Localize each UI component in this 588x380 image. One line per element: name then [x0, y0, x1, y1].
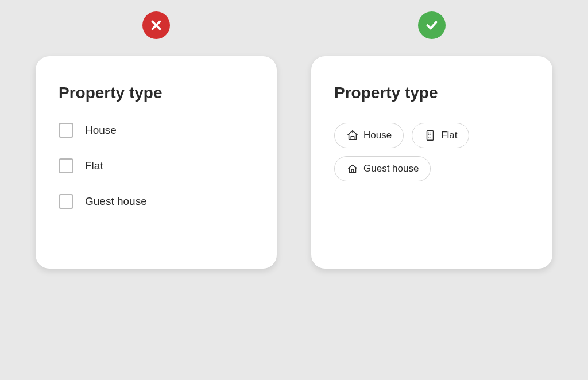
chip-label: Guest house [363, 163, 419, 175]
card-title: Property type [334, 84, 529, 102]
checkbox-item-guest-house[interactable]: Guest house [59, 194, 254, 209]
bad-example-column: Property type House Flat Guest house [36, 11, 277, 380]
house-icon [346, 129, 359, 142]
check-badge [418, 11, 446, 39]
cross-icon [149, 18, 164, 33]
guesthouse-icon [346, 162, 359, 175]
chip-label: Flat [441, 130, 457, 141]
checkbox-label: Guest house [85, 195, 147, 208]
good-example-card: Property type House [311, 56, 552, 269]
checkbox-item-flat[interactable]: Flat [59, 158, 254, 173]
checkbox-square[interactable] [59, 158, 74, 173]
cross-badge [142, 11, 170, 39]
chip-flat[interactable]: Flat [412, 123, 469, 148]
chip-guest-house[interactable]: Guest house [334, 156, 431, 181]
bad-example-card: Property type House Flat Guest house [36, 56, 277, 269]
checkbox-square[interactable] [59, 123, 74, 138]
checkbox-label: House [85, 124, 117, 137]
checkbox-list: House Flat Guest house [59, 123, 254, 209]
chip-row: House Flat [334, 123, 529, 181]
svg-rect-0 [427, 131, 434, 141]
check-icon [424, 18, 439, 33]
building-icon [424, 129, 436, 142]
checkbox-item-house[interactable]: House [59, 123, 254, 138]
card-title: Property type [59, 84, 254, 102]
checkbox-label: Flat [85, 160, 103, 172]
chip-house[interactable]: House [334, 123, 404, 148]
chip-label: House [363, 130, 392, 141]
good-example-column: Property type House [311, 11, 552, 380]
checkbox-square[interactable] [59, 194, 74, 209]
svg-rect-1 [351, 169, 354, 173]
